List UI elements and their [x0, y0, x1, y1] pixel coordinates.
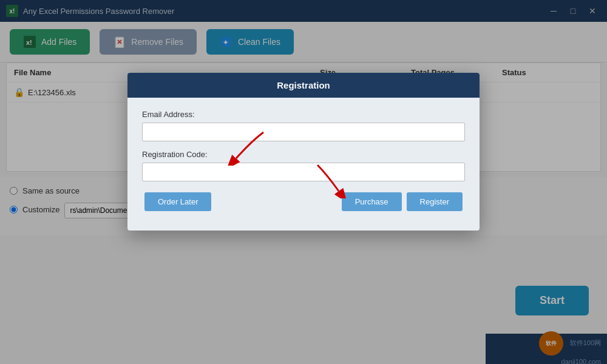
modal-body: Email Address: Registration Code: Orde — [127, 98, 480, 231]
modal-overlay: Registration Email Address: Registration… — [0, 0, 607, 364]
modal-btn-group: Purchase Register — [342, 192, 463, 211]
registration-code-input[interactable] — [142, 163, 465, 181]
order-later-button[interactable]: Order Later — [144, 192, 211, 211]
email-label: Email Address: — [142, 110, 465, 119]
code-label: Registration Code: — [142, 150, 465, 159]
email-input[interactable] — [142, 123, 465, 141]
purchase-button[interactable]: Purchase — [342, 192, 402, 211]
modal-footer: Order Later Purchase Register — [142, 190, 465, 218]
modal-header: Registration — [127, 73, 480, 98]
register-button[interactable]: Register — [407, 192, 463, 211]
registration-modal: Registration Email Address: Registration… — [127, 73, 480, 231]
